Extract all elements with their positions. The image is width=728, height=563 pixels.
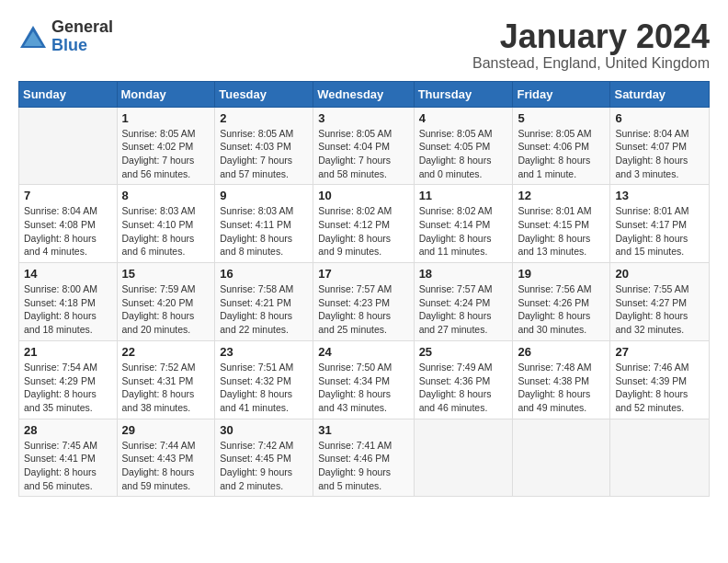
calendar-cell: 6Sunrise: 8:04 AMSunset: 4:07 PMDaylight…: [610, 107, 710, 185]
calendar-cell: 5Sunrise: 8:05 AMSunset: 4:06 PMDaylight…: [513, 107, 610, 185]
day-info: Sunrise: 7:59 AMSunset: 4:20 PMDaylight:…: [122, 282, 210, 337]
day-number: 10: [318, 189, 408, 202]
day-info: Sunrise: 8:01 AMSunset: 4:17 PMDaylight:…: [615, 204, 704, 259]
day-number: 20: [615, 267, 704, 281]
day-number: 30: [220, 423, 308, 437]
logo-general: General: [51, 17, 113, 36]
day-info: Sunrise: 8:04 AMSunset: 4:08 PMDaylight:…: [24, 204, 112, 259]
calendar-cell: 4Sunrise: 8:05 AMSunset: 4:05 PMDaylight…: [414, 107, 513, 185]
calendar-cell: 24Sunrise: 7:50 AMSunset: 4:34 PMDayligh…: [313, 340, 414, 419]
day-number: 2: [220, 111, 308, 125]
header-wednesday: Wednesday: [313, 81, 414, 107]
calendar-cell: 16Sunrise: 7:58 AMSunset: 4:21 PMDayligh…: [215, 263, 313, 341]
day-number: 25: [419, 345, 508, 359]
logo-blue: Blue: [51, 36, 87, 54]
day-info: Sunrise: 8:03 AMSunset: 4:10 PMDaylight:…: [122, 204, 210, 259]
calendar-cell: 20Sunrise: 7:55 AMSunset: 4:27 PMDayligh…: [610, 263, 710, 341]
day-number: 13: [615, 189, 704, 202]
logo: General Blue: [18, 18, 113, 55]
calendar-cell: 18Sunrise: 7:57 AMSunset: 4:24 PMDayligh…: [414, 263, 513, 341]
day-number: 16: [220, 267, 308, 281]
day-number: 7: [24, 189, 112, 202]
calendar-cell: 19Sunrise: 7:56 AMSunset: 4:26 PMDayligh…: [513, 263, 610, 341]
calendar-cell: 3Sunrise: 8:05 AMSunset: 4:04 PMDaylight…: [313, 107, 414, 185]
calendar-cell: 2Sunrise: 8:05 AMSunset: 4:03 PMDaylight…: [215, 107, 313, 185]
calendar-cell: 14Sunrise: 8:00 AMSunset: 4:18 PMDayligh…: [19, 263, 118, 341]
day-info: Sunrise: 8:04 AMSunset: 4:07 PMDaylight:…: [615, 127, 704, 181]
day-info: Sunrise: 7:51 AMSunset: 4:32 PMDaylight:…: [220, 361, 308, 415]
day-info: Sunrise: 8:05 AMSunset: 4:06 PMDaylight:…: [518, 127, 605, 181]
header-friday: Friday: [513, 81, 610, 107]
day-info: Sunrise: 7:54 AMSunset: 4:29 PMDaylight:…: [24, 361, 112, 415]
calendar-cell: 10Sunrise: 8:02 AMSunset: 4:12 PMDayligh…: [313, 185, 414, 263]
calendar-week-3: 14Sunrise: 8:00 AMSunset: 4:18 PMDayligh…: [19, 263, 710, 341]
calendar-cell: 11Sunrise: 8:02 AMSunset: 4:14 PMDayligh…: [414, 185, 513, 263]
day-info: Sunrise: 8:00 AMSunset: 4:18 PMDaylight:…: [24, 282, 112, 337]
day-number: 23: [220, 345, 308, 359]
day-number: 18: [419, 267, 508, 281]
header-thursday: Thursday: [414, 81, 513, 107]
day-number: 31: [318, 423, 408, 437]
day-info: Sunrise: 8:02 AMSunset: 4:12 PMDaylight:…: [318, 204, 408, 259]
calendar-cell: 13Sunrise: 8:01 AMSunset: 4:17 PMDayligh…: [610, 185, 710, 263]
day-info: Sunrise: 7:57 AMSunset: 4:23 PMDaylight:…: [318, 282, 408, 337]
day-number: 17: [318, 267, 408, 281]
day-number: 14: [24, 267, 112, 281]
calendar-cell: 21Sunrise: 7:54 AMSunset: 4:29 PMDayligh…: [19, 340, 118, 419]
day-number: 11: [419, 189, 508, 202]
day-number: 22: [122, 345, 210, 359]
calendar-cell: 30Sunrise: 7:42 AMSunset: 4:45 PMDayligh…: [215, 419, 313, 497]
calendar-cell: 31Sunrise: 7:41 AMSunset: 4:46 PMDayligh…: [313, 419, 414, 497]
day-number: 5: [518, 111, 605, 125]
calendar-cell: 26Sunrise: 7:48 AMSunset: 4:38 PMDayligh…: [513, 340, 610, 419]
day-number: 29: [122, 423, 210, 437]
day-info: Sunrise: 8:02 AMSunset: 4:14 PMDaylight:…: [419, 204, 508, 259]
day-number: 24: [318, 345, 408, 359]
calendar-cell: 17Sunrise: 7:57 AMSunset: 4:23 PMDayligh…: [313, 263, 414, 341]
day-info: Sunrise: 8:05 AMSunset: 4:05 PMDaylight:…: [419, 127, 508, 181]
calendar-cell: 27Sunrise: 7:46 AMSunset: 4:39 PMDayligh…: [610, 340, 710, 419]
day-info: Sunrise: 8:01 AMSunset: 4:15 PMDaylight:…: [518, 204, 605, 259]
calendar-cell: [610, 419, 710, 497]
calendar-header: Sunday Monday Tuesday Wednesday Thursday…: [19, 81, 710, 107]
day-info: Sunrise: 7:45 AMSunset: 4:41 PMDaylight:…: [24, 439, 112, 493]
day-number: 21: [24, 345, 112, 359]
day-number: 27: [615, 345, 704, 359]
day-number: 8: [122, 189, 210, 202]
logo-icon: [18, 22, 48, 52]
calendar-cell: 25Sunrise: 7:49 AMSunset: 4:36 PMDayligh…: [414, 340, 513, 419]
calendar-week-1: 1Sunrise: 8:05 AMSunset: 4:02 PMDaylight…: [19, 107, 710, 185]
day-number: 19: [518, 267, 605, 281]
calendar-week-4: 21Sunrise: 7:54 AMSunset: 4:29 PMDayligh…: [19, 340, 710, 419]
month-year-title: January 2024: [472, 18, 710, 55]
day-info: Sunrise: 7:44 AMSunset: 4:43 PMDaylight:…: [122, 439, 210, 493]
day-number: 28: [24, 423, 112, 437]
calendar-cell: 12Sunrise: 8:01 AMSunset: 4:15 PMDayligh…: [513, 185, 610, 263]
day-info: Sunrise: 8:05 AMSunset: 4:03 PMDaylight:…: [220, 127, 308, 181]
location-subtitle: Banstead, England, United Kingdom: [472, 55, 710, 72]
calendar-cell: 22Sunrise: 7:52 AMSunset: 4:31 PMDayligh…: [117, 340, 215, 419]
header-sunday: Sunday: [19, 81, 118, 107]
day-info: Sunrise: 7:49 AMSunset: 4:36 PMDaylight:…: [419, 361, 508, 415]
calendar-cell: 28Sunrise: 7:45 AMSunset: 4:41 PMDayligh…: [19, 419, 118, 497]
calendar-cell: 1Sunrise: 8:05 AMSunset: 4:02 PMDaylight…: [117, 107, 215, 185]
calendar-table: Sunday Monday Tuesday Wednesday Thursday…: [18, 81, 710, 498]
header-monday: Monday: [117, 81, 215, 107]
day-info: Sunrise: 7:55 AMSunset: 4:27 PMDaylight:…: [615, 282, 704, 337]
day-number: 3: [318, 111, 408, 125]
day-number: 1: [122, 111, 210, 125]
page-header: General Blue January 2024 Banstead, Engl…: [18, 18, 710, 72]
day-number: 9: [220, 189, 308, 202]
calendar-cell: 8Sunrise: 8:03 AMSunset: 4:10 PMDaylight…: [117, 185, 215, 263]
day-info: Sunrise: 7:41 AMSunset: 4:46 PMDaylight:…: [318, 439, 408, 493]
calendar-week-2: 7Sunrise: 8:04 AMSunset: 4:08 PMDaylight…: [19, 185, 710, 263]
header-saturday: Saturday: [610, 81, 710, 107]
day-info: Sunrise: 7:52 AMSunset: 4:31 PMDaylight:…: [122, 361, 210, 415]
day-number: 15: [122, 267, 210, 281]
calendar-cell: 9Sunrise: 8:03 AMSunset: 4:11 PMDaylight…: [215, 185, 313, 263]
day-number: 12: [518, 189, 605, 202]
day-info: Sunrise: 7:50 AMSunset: 4:34 PMDaylight:…: [318, 361, 408, 415]
calendar-cell: [414, 419, 513, 497]
calendar-week-5: 28Sunrise: 7:45 AMSunset: 4:41 PMDayligh…: [19, 419, 710, 497]
day-info: Sunrise: 7:42 AMSunset: 4:45 PMDaylight:…: [220, 439, 308, 493]
